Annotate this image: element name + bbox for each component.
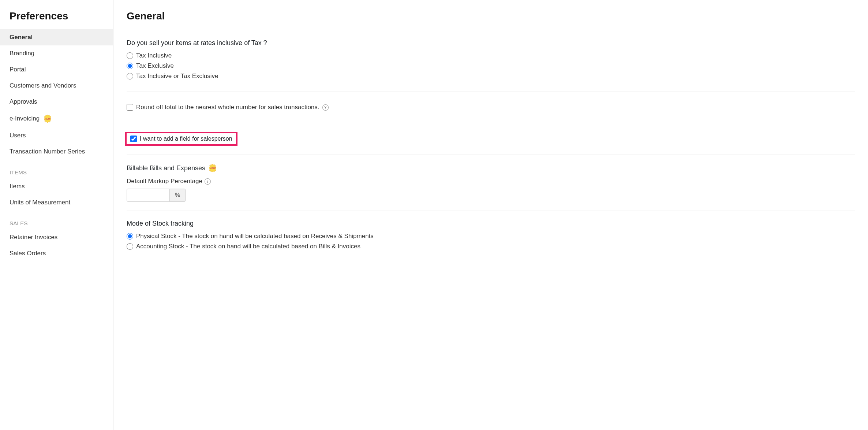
tax-inclusive-label: Tax Inclusive	[136, 52, 172, 59]
sidebar-item-approvals[interactable]: Approvals	[0, 94, 113, 110]
svg-text:NEW: NEW	[210, 167, 216, 170]
salesperson-checkbox[interactable]	[130, 136, 137, 142]
salesperson-highlight: I want to add a field for salesperson	[125, 132, 237, 146]
sidebar-item-portal[interactable]: Portal	[0, 62, 113, 78]
sidebar-item-uom[interactable]: Units of Measurement	[0, 194, 113, 211]
stock-physical-radio[interactable]	[127, 233, 133, 240]
tax-option-exclusive-row[interactable]: Tax Exclusive	[127, 62, 855, 70]
sidebar-label: Portal	[10, 66, 26, 73]
sidebar-item-general[interactable]: General	[0, 29, 113, 45]
tax-both-radio[interactable]	[127, 73, 133, 79]
billable-section: Billable Bills and Expenses NEW Default …	[127, 155, 855, 211]
sidebar-item-customers-vendors[interactable]: Customers and Vendors	[0, 78, 113, 94]
markup-suffix: %	[170, 189, 186, 202]
sidebar-item-items[interactable]: Items	[0, 178, 113, 194]
preferences-sidebar: Preferences General Branding Portal Cust…	[0, 0, 113, 430]
tax-exclusive-label: Tax Exclusive	[136, 62, 174, 70]
billable-heading-text: Billable Bills and Expenses	[127, 164, 205, 172]
content-area: Do you sell your items at rates inclusiv…	[113, 28, 868, 273]
svg-text:NEW: NEW	[45, 118, 51, 120]
roundoff-checkbox[interactable]	[127, 104, 133, 111]
sidebar-label: Units of Measurement	[10, 199, 70, 206]
markup-label-row: Default Markup Percentage i	[127, 178, 855, 185]
sidebar-label: Transaction Number Series	[10, 148, 85, 155]
stock-accounting-label: Accounting Stock - The stock on hand wil…	[136, 243, 360, 250]
new-badge-icon: NEW	[43, 114, 52, 123]
sidebar-label: Approvals	[10, 98, 37, 105]
sidebar-group-items: ITEMS	[0, 160, 113, 178]
tax-option-inclusive-row[interactable]: Tax Inclusive	[127, 52, 855, 59]
stock-accounting-row[interactable]: Accounting Stock - The stock on hand wil…	[127, 243, 855, 250]
sidebar-label: Customers and Vendors	[10, 82, 76, 89]
info-icon[interactable]: i	[205, 178, 211, 185]
tax-rate-section: Do you sell your items at rates inclusiv…	[127, 28, 855, 92]
main-header: General	[113, 0, 868, 28]
stock-heading: Mode of Stock tracking	[127, 220, 855, 227]
sidebar-label: Items	[10, 183, 25, 190]
sidebar-label: General	[10, 34, 33, 41]
sidebar-item-retainer-invoices[interactable]: Retainer Invoices	[0, 229, 113, 245]
sidebar-item-einvoicing[interactable]: e-Invoicing NEW	[0, 110, 113, 127]
roundoff-row[interactable]: Round off total to the nearest whole num…	[127, 104, 855, 111]
page-title: General	[127, 10, 855, 22]
sidebar-label: e-Invoicing	[10, 115, 40, 122]
sidebar-label: Users	[10, 132, 26, 139]
roundoff-label: Round off total to the nearest whole num…	[136, 104, 319, 111]
main-panel: General Do you sell your items at rates …	[113, 0, 868, 430]
tax-exclusive-radio[interactable]	[127, 63, 133, 69]
markup-input-group: %	[127, 189, 855, 202]
new-badge-icon: NEW	[208, 164, 217, 173]
sidebar-label: Branding	[10, 50, 34, 57]
stock-section: Mode of Stock tracking Physical Stock - …	[127, 211, 855, 262]
tax-option-both-row[interactable]: Tax Inclusive or Tax Exclusive	[127, 73, 855, 80]
tax-both-label: Tax Inclusive or Tax Exclusive	[136, 73, 218, 80]
markup-label: Default Markup Percentage	[127, 178, 202, 185]
sidebar-label: Retainer Invoices	[10, 234, 57, 241]
salesperson-label: I want to add a field for salesperson	[140, 136, 232, 142]
billable-heading: Billable Bills and Expenses NEW	[127, 164, 855, 173]
sidebar-item-sales-orders[interactable]: Sales Orders	[0, 245, 113, 262]
tax-inclusive-radio[interactable]	[127, 52, 133, 59]
help-icon[interactable]: ?	[322, 104, 329, 111]
sidebar-label: Sales Orders	[10, 250, 46, 257]
stock-accounting-radio[interactable]	[127, 243, 133, 250]
salesperson-section: I want to add a field for salesperson	[127, 123, 855, 155]
markup-input[interactable]	[127, 189, 170, 202]
sidebar-item-transaction-series[interactable]: Transaction Number Series	[0, 144, 113, 160]
roundoff-section: Round off total to the nearest whole num…	[127, 92, 855, 123]
sidebar-item-users[interactable]: Users	[0, 127, 113, 144]
stock-physical-label: Physical Stock - The stock on hand will …	[136, 233, 374, 240]
stock-physical-row[interactable]: Physical Stock - The stock on hand will …	[127, 233, 855, 240]
sidebar-group-sales: SALES	[0, 211, 113, 229]
sidebar-item-branding[interactable]: Branding	[0, 45, 113, 62]
sidebar-title: Preferences	[0, 0, 113, 29]
tax-question: Do you sell your items at rates inclusiv…	[127, 39, 855, 47]
